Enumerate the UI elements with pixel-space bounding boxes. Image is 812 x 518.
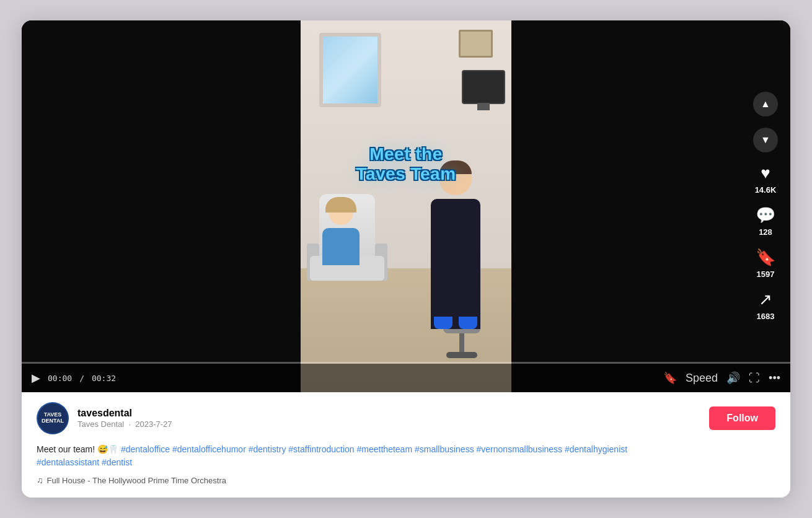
monitor bbox=[462, 70, 505, 104]
bookmark-ctrl-button[interactable]: 🔖 bbox=[663, 371, 677, 385]
video-background: Meet the Taves Team bbox=[22, 20, 790, 392]
likes-count: 14.6K bbox=[755, 185, 777, 195]
music-icon: ♫ bbox=[37, 475, 43, 485]
author-handle[interactable]: tavesdental bbox=[77, 408, 700, 419]
window bbox=[319, 33, 381, 107]
video-sidebar: ▲ ▼ ♥ 14.6K 💬 128 🔖 1597 ↗ 1683 bbox=[753, 92, 778, 321]
overlay-title: Meet the Taves Team bbox=[338, 144, 474, 184]
video-frame: Meet the Taves Team bbox=[301, 20, 511, 392]
hashtag-smallbusiness[interactable]: #smallbusiness bbox=[415, 444, 474, 454]
hashtag-meettheteam[interactable]: #meettheteam bbox=[357, 444, 413, 454]
hashtag-dentist[interactable]: #dentist bbox=[102, 457, 132, 467]
comment-action[interactable]: 💬 128 bbox=[756, 206, 775, 237]
author-info: tavesdental Taves Dental · 2023-7-27 bbox=[77, 408, 700, 429]
share-action[interactable]: ↗ 1683 bbox=[757, 290, 775, 321]
video-section[interactable]: Meet the Taves Team ▲ ▼ ♥ 14.6K 💬 128 bbox=[22, 20, 790, 392]
avatar[interactable]: TAVES DENTAL bbox=[37, 402, 69, 434]
description: Meet our team! 😅🦷 #dentaloffice #dentalo… bbox=[37, 443, 775, 469]
description-text: Meet our team! 😅🦷 bbox=[37, 444, 121, 454]
hashtag-dentistry[interactable]: #dentistry bbox=[249, 444, 286, 454]
patient bbox=[316, 200, 366, 274]
dentist bbox=[418, 163, 493, 336]
bookmark-action[interactable]: 🔖 1597 bbox=[756, 248, 775, 279]
music-text: Full House - The Hollywood Prime Time Or… bbox=[47, 476, 226, 485]
music-line: ♫ Full House - The Hollywood Prime Time … bbox=[37, 475, 775, 485]
fullscreen-button[interactable]: ⛶ bbox=[749, 372, 760, 385]
video-overlay-text: Meet the Taves Team bbox=[338, 144, 474, 184]
hashtag-dentalofficehumor[interactable]: #dentalofficehumor bbox=[172, 444, 246, 454]
time-separator: / bbox=[79, 374, 84, 383]
heart-icon: ♥ bbox=[761, 164, 770, 183]
patient-body bbox=[322, 228, 360, 265]
author-date: 2023-7-27 bbox=[135, 419, 172, 429]
author-row: TAVES DENTAL tavesdental Taves Dental · … bbox=[37, 402, 775, 434]
bookmark-icon: 🔖 bbox=[756, 248, 775, 267]
hashtag-staffintroduction[interactable]: #staffintroduction bbox=[288, 444, 354, 454]
blur-right-panel bbox=[511, 20, 790, 392]
nav-up-button[interactable]: ▲ bbox=[753, 92, 778, 116]
patient-head bbox=[329, 200, 353, 225]
video-card: Meet the Taves Team ▲ ▼ ♥ 14.6K 💬 128 bbox=[22, 20, 790, 498]
avatar-inner: TAVES DENTAL bbox=[38, 403, 68, 433]
bookmarks-count: 1597 bbox=[757, 270, 775, 279]
like-action[interactable]: ♥ 14.6K bbox=[755, 164, 777, 195]
patient-hair bbox=[325, 197, 356, 213]
hashtag-dentalhygienist[interactable]: #dentalhygienist bbox=[565, 444, 627, 454]
controls-right: 🔖 Speed 🔊 ⛶ ••• bbox=[663, 371, 780, 385]
avatar-text: TAVES DENTAL bbox=[42, 412, 64, 424]
share-icon: ↗ bbox=[759, 290, 772, 309]
volume-button[interactable]: 🔊 bbox=[726, 371, 740, 385]
author-name: Taves Dental bbox=[77, 419, 124, 429]
follow-button[interactable]: Follow bbox=[709, 406, 775, 430]
more-button[interactable]: ••• bbox=[769, 372, 780, 385]
speed-button[interactable]: Speed bbox=[686, 372, 718, 385]
time-current: 00:00 bbox=[48, 374, 72, 383]
hashtag-dentaloffice[interactable]: #dentaloffice bbox=[121, 444, 170, 454]
scene: Meet the Taves Team bbox=[301, 20, 511, 392]
author-subline: Taves Dental · 2023-7-27 bbox=[77, 419, 700, 429]
dentist-legs bbox=[431, 279, 480, 329]
comment-icon: 💬 bbox=[756, 206, 775, 225]
hashtag-vernonsmallbusiness[interactable]: #vernonsmallbusiness bbox=[477, 444, 563, 454]
blur-left-panel bbox=[22, 20, 301, 392]
play-button[interactable]: ▶ bbox=[32, 371, 40, 385]
stool-base bbox=[446, 352, 477, 358]
comments-count: 128 bbox=[759, 227, 772, 237]
controls-bar: ▶ 00:00 / 00:32 🔖 Speed 🔊 ⛶ ••• bbox=[22, 364, 790, 392]
picture-frame bbox=[459, 30, 493, 58]
nav-down-button[interactable]: ▼ bbox=[753, 128, 778, 152]
shares-count: 1683 bbox=[757, 312, 775, 321]
time-total: 00:32 bbox=[92, 374, 116, 383]
dentist-body bbox=[431, 199, 480, 279]
dentist-shoe-left bbox=[434, 317, 452, 329]
info-section: TAVES DENTAL tavesdental Taves Dental · … bbox=[22, 392, 790, 498]
dentist-shoe-right bbox=[459, 317, 477, 329]
hashtag-dentalassistant[interactable]: #dentalassistant bbox=[37, 457, 99, 467]
